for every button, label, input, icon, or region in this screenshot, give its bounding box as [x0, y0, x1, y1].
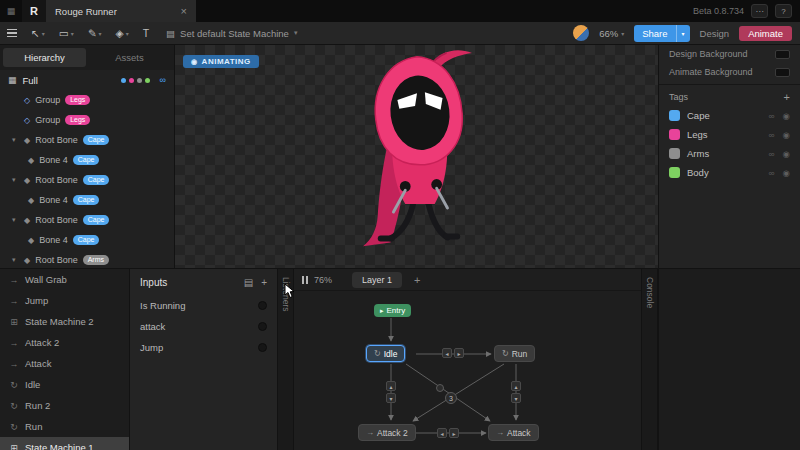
arrow-right-icon[interactable]: ▸	[449, 428, 459, 438]
transition-junction-dot[interactable]	[436, 384, 444, 392]
tag-dot-arms[interactable]	[137, 78, 142, 83]
tag-badge-cape[interactable]: Cape	[83, 135, 110, 145]
tag-row-arms[interactable]: Arms ∞ ◉	[659, 144, 800, 163]
canvas[interactable]: ◉ ANIMATING	[175, 45, 658, 268]
state-node-attack[interactable]: → Attack	[488, 424, 539, 441]
tree-row-bone4-3[interactable]: ◆ Bone 4 Cape	[0, 230, 174, 250]
arrow-right-icon[interactable]: ▸	[454, 348, 464, 358]
visibility-icon[interactable]: ◉	[783, 130, 790, 140]
tag-row-cape[interactable]: Cape ∞ ◉	[659, 106, 800, 125]
arrow-down-icon[interactable]: ▾	[511, 393, 521, 403]
add-tag-button[interactable]: +	[784, 91, 790, 103]
transition-arrows-attack2-attack[interactable]: ◂ ▸	[437, 428, 459, 438]
transition-arrows-run-attack[interactable]: ▴ ▾	[511, 381, 521, 403]
state-node-idle[interactable]: ↻ Idle	[366, 345, 405, 362]
tag-badge-cape[interactable]: Cape	[83, 175, 110, 185]
tab-layer-1[interactable]: Layer 1	[352, 272, 402, 288]
arrow-up-icon[interactable]: ▴	[511, 381, 521, 391]
arrow-left-icon[interactable]: ◂	[442, 348, 452, 358]
tree-row-rootbone-1[interactable]: ▾ ◆ Root Bone Cape	[0, 130, 174, 150]
caret-down-icon[interactable]: ▾	[12, 216, 19, 224]
animation-row-state-machine-2[interactable]: ⊞ State Machine 2	[0, 311, 129, 332]
tag-color-swatch[interactable]	[669, 167, 680, 178]
caret-down-icon[interactable]: ▾	[12, 136, 19, 144]
input-row-attack[interactable]: attack	[130, 316, 277, 337]
bone-tool-button[interactable]: ◈ ▾	[109, 22, 136, 45]
tree-row-rootbone-2[interactable]: ▾ ◆ Root Bone Cape	[0, 170, 174, 190]
animation-row-wall-grab[interactable]: → Wall Grab	[0, 269, 129, 290]
tag-color-swatch[interactable]	[669, 129, 680, 140]
tab-assets[interactable]: Assets	[88, 48, 171, 67]
state-node-entry[interactable]: ▸ Entry	[374, 304, 411, 317]
tag-badge-cape[interactable]: Cape	[83, 215, 110, 225]
visibility-icon[interactable]: ◉	[783, 111, 790, 121]
tag-row-body[interactable]: Body ∞ ◉	[659, 163, 800, 182]
tag-row-legs[interactable]: Legs ∞ ◉	[659, 125, 800, 144]
arrow-left-icon[interactable]: ◂	[437, 428, 447, 438]
input-row-is-running[interactable]: Is Running	[130, 295, 277, 316]
tag-dot-body[interactable]	[145, 78, 150, 83]
rive-logo[interactable]: R	[22, 0, 46, 22]
tag-badge-cape[interactable]: Cape	[73, 155, 100, 165]
tag-badge-cape[interactable]: Cape	[73, 195, 100, 205]
console-tab[interactable]: Console	[641, 268, 658, 450]
tag-badge-arms[interactable]: Arms	[83, 255, 109, 265]
pause-icon[interactable]	[302, 276, 308, 284]
design-mode-button[interactable]: Design	[700, 28, 730, 39]
window-menu-icon[interactable]: ▦	[0, 6, 22, 16]
animation-row-attack[interactable]: → Attack	[0, 353, 129, 374]
tag-dot-cape[interactable]	[121, 78, 126, 83]
arrow-up-icon[interactable]: ▴	[386, 381, 396, 391]
artboard-row[interactable]: ▦ Full ∞	[0, 70, 174, 90]
tree-row-group-2[interactable]: ◇ Group Legs	[0, 110, 174, 130]
input-row-jump[interactable]: Jump	[130, 337, 277, 358]
select-tool-button[interactable]: ↖ ▾	[24, 22, 52, 45]
default-state-machine-dropdown[interactable]: ▤ Set default State Machine ▾	[166, 28, 297, 39]
tag-badge-cape[interactable]: Cape	[73, 235, 100, 245]
folder-icon[interactable]: ▤	[244, 277, 253, 288]
add-input-button[interactable]: +	[261, 277, 267, 288]
artboard-tool-button[interactable]: ▭ ▾	[52, 22, 81, 45]
animate-background-swatch[interactable]	[775, 68, 790, 77]
menu-button[interactable]	[0, 22, 24, 45]
tag-dot-legs[interactable]	[129, 78, 134, 83]
link-icon[interactable]: ∞	[769, 168, 775, 178]
transition-arrows-idle-attack2[interactable]: ▴ ▾	[386, 381, 396, 403]
link-icon[interactable]: ∞	[769, 130, 775, 140]
visibility-icon[interactable]: ◉	[783, 168, 790, 178]
tag-badge-legs[interactable]: Legs	[65, 95, 90, 105]
tag-color-swatch[interactable]	[669, 110, 680, 121]
caret-down-icon[interactable]: ▾	[12, 256, 19, 264]
animation-row-run[interactable]: ↻ Run	[0, 416, 129, 437]
visibility-icon[interactable]: ◉	[783, 149, 790, 159]
pen-tool-button[interactable]: ✎ ▾	[81, 22, 109, 45]
text-tool-button[interactable]: T	[136, 22, 156, 45]
tree-row-group-1[interactable]: ◇ Group Legs	[0, 90, 174, 110]
tab-hierarchy[interactable]: Hierarchy	[3, 48, 86, 67]
character-artwork[interactable]	[333, 47, 503, 263]
animation-row-jump[interactable]: → Jump	[0, 290, 129, 311]
arrow-down-icon[interactable]: ▾	[386, 393, 396, 403]
state-node-attack-2[interactable]: → Attack 2	[358, 424, 416, 441]
transition-count-badge[interactable]: 3	[445, 392, 457, 404]
design-background-swatch[interactable]	[775, 50, 790, 59]
trigger-button[interactable]	[258, 343, 267, 352]
user-avatar[interactable]	[573, 25, 589, 41]
share-caret-icon[interactable]: ▾	[676, 25, 690, 42]
animation-row-idle[interactable]: ↻ Idle	[0, 374, 129, 395]
trigger-button[interactable]	[258, 322, 267, 331]
link-icon[interactable]: ∞	[769, 149, 775, 159]
boolean-toggle[interactable]	[258, 301, 267, 310]
caret-down-icon[interactable]: ▾	[12, 176, 19, 184]
link-icon[interactable]: ∞	[160, 75, 166, 85]
design-background-row[interactable]: Design Background	[659, 45, 800, 63]
add-layer-button[interactable]: +	[414, 274, 420, 286]
document-tab[interactable]: Rouge Runner ×	[46, 0, 196, 22]
tree-row-rootbone-4[interactable]: ▾ ◆ Root Bone Arms	[0, 250, 174, 268]
transition-arrows-idle-run[interactable]: ◂ ▸	[442, 348, 464, 358]
animation-row-attack-2[interactable]: → Attack 2	[0, 332, 129, 353]
tree-row-bone4-1[interactable]: ◆ Bone 4 Cape	[0, 150, 174, 170]
animate-mode-button[interactable]: Animate	[739, 26, 792, 41]
animation-row-run-2[interactable]: ↻ Run 2	[0, 395, 129, 416]
tree-row-rootbone-3[interactable]: ▾ ◆ Root Bone Cape	[0, 210, 174, 230]
